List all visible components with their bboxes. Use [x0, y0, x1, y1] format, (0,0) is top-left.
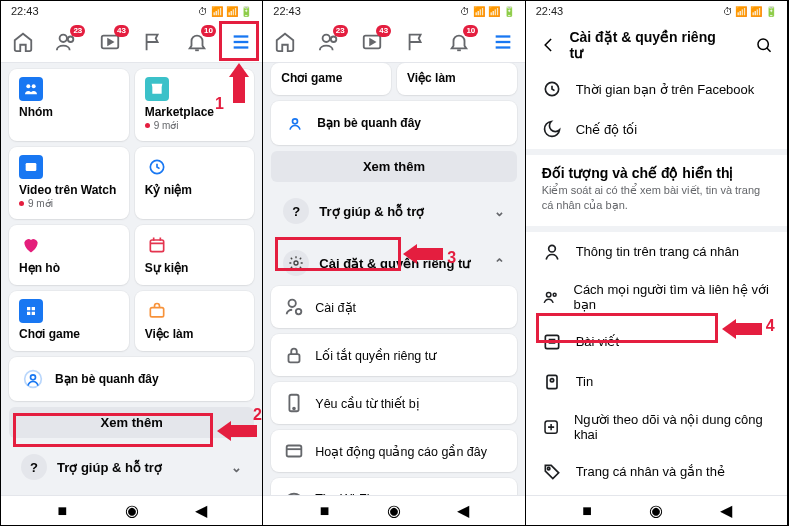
top-nav: 23 43 10 — [1, 21, 262, 63]
status-bar: 22:43 ⏱ 📶 📶 🔋 — [263, 1, 524, 21]
person-icon — [542, 242, 562, 262]
tag-icon — [542, 462, 562, 482]
android-home[interactable]: ◉ — [648, 503, 664, 519]
android-recent[interactable]: ■ — [54, 503, 70, 519]
tile-watch[interactable]: Video trên Watch 9 mới — [9, 147, 129, 219]
android-recent[interactable]: ■ — [579, 503, 595, 519]
nav-bell[interactable]: 10 — [182, 27, 212, 57]
screen-3-settings-privacy: 22:43 ⏱ 📶 📶 🔋 Cài đặt & quyền riêng tư T… — [526, 1, 788, 525]
calendar-icon — [147, 235, 167, 255]
tile-games[interactable]: Chơi game — [9, 291, 129, 351]
nav-friends[interactable]: 23 — [51, 27, 81, 57]
nav-friends[interactable]: 23 — [314, 27, 344, 57]
see-more-button[interactable]: Xem thêm — [9, 407, 254, 438]
settings-item-privacy-shortcuts[interactable]: Lối tắt quyền riêng tư — [271, 334, 516, 376]
svg-point-34 — [553, 293, 556, 296]
tile-dating[interactable]: Hẹn hò — [9, 225, 129, 285]
settings-item-ad-activity[interactable]: Hoạt động quảng cáo gần đây — [271, 430, 516, 472]
nav-flag[interactable] — [138, 27, 168, 57]
hamburger-icon — [230, 31, 252, 53]
friends-badge: 23 — [333, 25, 348, 37]
game-icon — [23, 303, 39, 319]
tile-memories[interactable]: Kỷ niệm — [135, 147, 255, 219]
nav-home[interactable] — [270, 27, 300, 57]
tile-label: Bạn bè quanh đây — [55, 372, 159, 386]
heart-icon — [21, 235, 41, 255]
menu-content: Nhóm Marketplace 9 mới Video trên Watch … — [1, 63, 262, 495]
help-icon: ? — [283, 198, 309, 224]
tile-label: Việc làm — [145, 327, 245, 341]
page-title: Cài đặt & quyền riêng tư — [569, 29, 731, 61]
back-arrow-icon[interactable] — [540, 36, 558, 54]
android-recent[interactable]: ■ — [317, 503, 333, 519]
nav-menu[interactable] — [488, 27, 518, 57]
ad-icon — [283, 440, 305, 462]
search-icon[interactable] — [755, 36, 773, 54]
story-icon — [542, 372, 562, 392]
nav-bell[interactable]: 10 — [444, 27, 474, 57]
settings-privacy-row[interactable]: Cài đặt & quyền riêng tư ⌃ — [271, 240, 516, 286]
tile-jobs[interactable]: Việc làm — [135, 291, 255, 351]
chevron-down-icon: ⌄ — [494, 204, 505, 219]
row-profile-info[interactable]: Thông tin trên trang cá nhân — [526, 232, 787, 272]
tiles-grid: Nhóm Marketplace 9 mới Video trên Watch … — [1, 63, 262, 401]
android-home[interactable]: ◉ — [386, 503, 402, 519]
svg-point-7 — [32, 84, 36, 88]
android-home[interactable]: ◉ — [124, 503, 140, 519]
tile-nearby-friends[interactable]: Bạn bè quanh đây — [9, 357, 254, 401]
android-nav: ■ ◉ ◀ — [1, 495, 262, 525]
top-nav: 23 43 10 — [263, 21, 524, 63]
settings-item-find-wifi[interactable]: Tìm Wi-Fi — [271, 478, 516, 495]
svg-point-22 — [294, 261, 298, 265]
tile-marketplace[interactable]: Marketplace 9 mới — [135, 69, 255, 141]
settings-item-device-requests[interactable]: Yêu cầu từ thiết bị — [271, 382, 516, 424]
svg-point-1 — [68, 36, 74, 42]
row-followers[interactable]: Người theo dõi và nội dung công khai — [526, 402, 787, 452]
nav-video[interactable]: 43 — [95, 27, 125, 57]
nav-menu[interactable] — [226, 27, 256, 57]
tile-label: Chơi game — [19, 327, 119, 341]
section-desc: Kiểm soát ai có thể xem bài viết, tin và… — [542, 183, 771, 214]
row-find-contact[interactable]: Cách mọi người tìm và liên hệ với bạn — [526, 272, 787, 322]
row-time-on-facebook[interactable]: Thời gian bạn ở trên Facebook — [526, 69, 787, 109]
help-support-row[interactable]: ? Trợ giúp & hỗ trợ ⌄ — [9, 444, 254, 490]
svg-point-24 — [296, 309, 302, 315]
row-posts[interactable]: Bài viết — [526, 322, 787, 362]
see-more-button[interactable]: Xem thêm — [271, 151, 516, 182]
tile-jobs[interactable]: Việc làm — [397, 63, 517, 95]
nav-home[interactable] — [8, 27, 38, 57]
svg-point-32 — [548, 245, 555, 252]
row-label: Trợ giúp & hỗ trợ — [319, 204, 424, 219]
clock-icon — [542, 79, 562, 99]
row-stories[interactable]: Tin — [526, 362, 787, 402]
hamburger-icon — [492, 31, 514, 53]
nearby-icon — [285, 113, 305, 133]
row-label: Người theo dõi và nội dung công khai — [574, 412, 771, 442]
android-back[interactable]: ◀ — [718, 503, 734, 519]
item-label: Lối tắt quyền riêng tư — [315, 348, 436, 363]
tile-nearby-friends[interactable]: Bạn bè quanh đây — [271, 101, 516, 145]
video-badge: 43 — [114, 25, 129, 37]
row-profile-tagging[interactable]: Trang cá nhân và gắn thẻ — [526, 452, 787, 492]
row-dark-mode[interactable]: Chế độ tối — [526, 109, 787, 149]
android-back[interactable]: ◀ — [193, 503, 209, 519]
flag-icon — [405, 31, 427, 53]
tile-games[interactable]: Chơi game — [271, 63, 391, 95]
bell-badge: 10 — [201, 25, 216, 37]
nav-flag[interactable] — [401, 27, 431, 57]
tile-events[interactable]: Sự kiện — [135, 225, 255, 285]
svg-point-21 — [293, 119, 298, 124]
clock-icon — [147, 157, 167, 177]
svg-point-30 — [758, 39, 768, 49]
status-bar: 22:43 ⏱ 📶 📶 🔋 — [526, 1, 787, 21]
tile-groups[interactable]: Nhóm — [9, 69, 129, 141]
nav-video[interactable]: 43 — [357, 27, 387, 57]
tiles-grid: Chơi game Việc làm Bạn bè quanh đây — [263, 63, 524, 145]
svg-rect-25 — [289, 354, 300, 362]
shop-icon — [149, 81, 165, 97]
help-support-row[interactable]: ? Trợ giúp & hỗ trợ ⌄ — [271, 188, 516, 234]
settings-item-settings[interactable]: Cài đặt — [271, 286, 516, 328]
android-back[interactable]: ◀ — [455, 503, 471, 519]
new-dot-icon — [19, 201, 24, 206]
tile-label: Chơi game — [281, 71, 381, 85]
